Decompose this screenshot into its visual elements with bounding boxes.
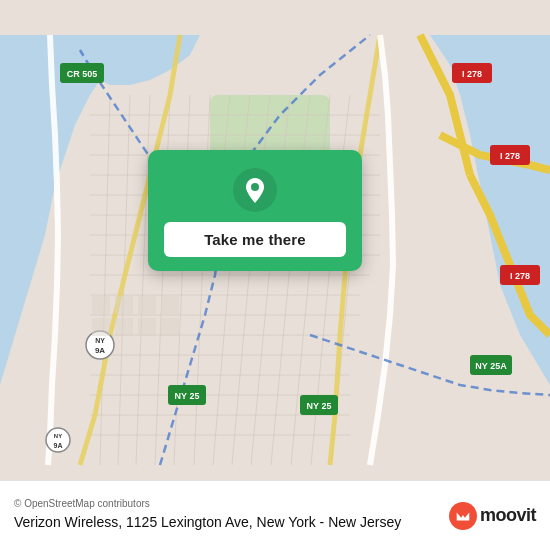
svg-rect-68 bbox=[92, 296, 110, 314]
location-pin-icon bbox=[233, 168, 277, 212]
moovit-logo: moovit bbox=[449, 502, 536, 530]
attribution-and-title: © OpenStreetMap contributors Verizon Wir… bbox=[14, 498, 437, 533]
take-me-there-card: Take me there bbox=[148, 150, 362, 271]
map-svg: I 278 I 278 I 278 CR 505 NY 9A NY 9A NY … bbox=[0, 0, 550, 550]
svg-text:I 278: I 278 bbox=[510, 271, 530, 281]
svg-rect-74 bbox=[138, 318, 156, 336]
svg-text:NY 25: NY 25 bbox=[175, 391, 200, 401]
svg-text:I 278: I 278 bbox=[500, 151, 520, 161]
svg-text:9A: 9A bbox=[54, 442, 63, 449]
svg-rect-71 bbox=[161, 296, 179, 314]
svg-rect-70 bbox=[138, 296, 156, 314]
svg-rect-69 bbox=[115, 296, 133, 314]
svg-rect-75 bbox=[161, 318, 179, 336]
svg-text:NY 25A: NY 25A bbox=[475, 361, 507, 371]
svg-text:NY: NY bbox=[95, 337, 105, 344]
svg-rect-72 bbox=[92, 318, 110, 336]
place-title: Verizon Wireless, 1125 Lexington Ave, Ne… bbox=[14, 513, 437, 533]
svg-text:I 278: I 278 bbox=[462, 69, 482, 79]
svg-text:NY: NY bbox=[54, 433, 62, 439]
map-container: I 278 I 278 I 278 CR 505 NY 9A NY 9A NY … bbox=[0, 0, 550, 550]
moovit-logo-icon bbox=[449, 502, 477, 530]
svg-rect-73 bbox=[115, 318, 133, 336]
bottom-bar: © OpenStreetMap contributors Verizon Wir… bbox=[0, 480, 550, 550]
svg-text:NY 25: NY 25 bbox=[307, 401, 332, 411]
svg-text:CR 505: CR 505 bbox=[67, 69, 98, 79]
osm-attribution: © OpenStreetMap contributors bbox=[14, 498, 437, 509]
svg-text:9A: 9A bbox=[95, 346, 105, 355]
moovit-logo-text: moovit bbox=[480, 505, 536, 526]
take-me-there-button[interactable]: Take me there bbox=[164, 222, 346, 257]
svg-point-77 bbox=[251, 183, 259, 191]
